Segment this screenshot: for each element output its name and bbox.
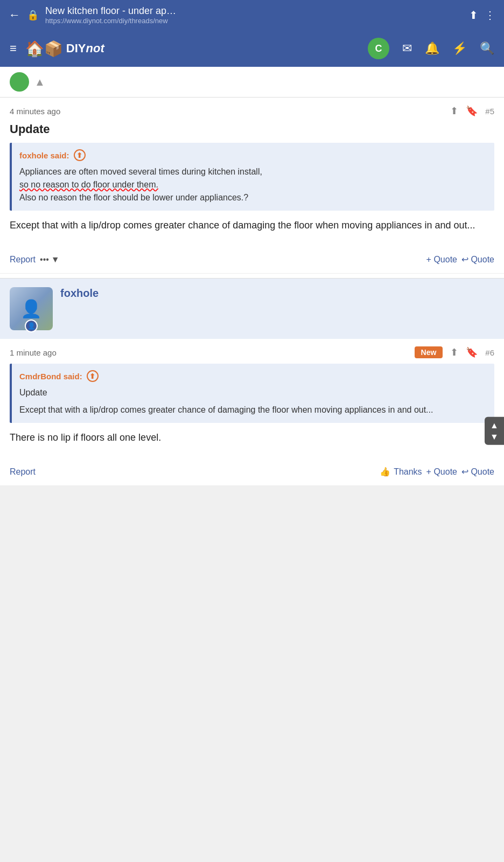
bookmark-icon[interactable]: 🔖 [466, 105, 478, 117]
post-5-meta: 4 minutes ago ⬆ 🔖 #5 [0, 98, 504, 122]
post-5-footer: Report ••• ▼ + Quote ↩ Quote [0, 249, 504, 274]
post-6-number: #6 [485, 348, 494, 357]
post-5-report-button[interactable]: Report [10, 255, 36, 265]
post-6-report-button[interactable]: Report [10, 467, 36, 477]
post-6-body: CmdrBond said: ⬆ Update Except that with… [0, 364, 504, 461]
post-5-quote-author: foxhole said: ⬆ [19, 149, 487, 161]
chevron-down-icon: ▼ [51, 255, 60, 265]
mail-icon[interactable]: ✉ [402, 41, 412, 55]
scroll-down-button[interactable]: ▼ [490, 432, 499, 442]
post-5-quote: foxhole said: ⬆ Appliances are often mov… [10, 143, 494, 211]
post-5-time: 4 minutes ago [10, 107, 445, 116]
search-icon[interactable]: 🔍 [480, 41, 494, 55]
quote-up-icon: ⬆ [74, 149, 86, 161]
post-6-time: 1 minute ago [10, 348, 409, 357]
share-icon[interactable]: ⬆ [450, 105, 458, 117]
quote-line2: so no reason to do floor under them. [19, 180, 158, 189]
page-title: New kitchen floor - under ap… [45, 5, 463, 17]
prev-post-snippet: ▲ [0, 67, 504, 98]
post-6-header: 👤 👤 foxhole [0, 278, 504, 339]
post-5: 4 minutes ago ⬆ 🔖 #5 Update foxhole said… [0, 98, 504, 274]
chevron-up-icon: ▲ [34, 76, 45, 88]
back-button[interactable]: ← [9, 8, 20, 22]
url-text: https://www.diynot.com/diy/threads/new [45, 17, 463, 25]
url-block: New kitchen floor - under ap… https://ww… [45, 5, 463, 25]
post-5-reply-quote-button[interactable]: ↩ Quote [461, 254, 494, 265]
post-6-actions: New ⬆ 🔖 #6 [415, 346, 494, 358]
share-icon-6[interactable]: ⬆ [450, 346, 458, 358]
post-6-username[interactable]: foxhole [60, 287, 99, 300]
post-6-quote-author: CmdrBond said: ⬆ [19, 370, 487, 382]
thumbs-up-icon: 👍 [380, 467, 390, 477]
post-5-actions: ⬆ 🔖 #5 [450, 105, 494, 117]
post-5-number: #5 [485, 107, 494, 116]
post-5-content: Except that with a lip/drop comes greate… [10, 218, 494, 233]
hamburger-menu-button[interactable]: ≡ [10, 41, 17, 55]
post-5-quote-text: Appliances are often moved several times… [19, 165, 487, 204]
lock-icon: 🔒 [27, 9, 39, 21]
quote-up-icon-6: ⬆ [87, 370, 99, 382]
post-6-footer: Report 👍 Thanks + Quote ↩ Quote [0, 461, 504, 486]
app-header: ≡ 🏠📦 DIYnot C ✉ 🔔 ⚡ 🔍 [0, 30, 504, 67]
lightning-icon[interactable]: ⚡ [452, 41, 467, 55]
online-indicator: 👤 [25, 319, 38, 332]
share-button[interactable]: ⬆ [469, 9, 478, 22]
post-separator [0, 274, 504, 278]
prev-avatar [10, 72, 29, 92]
post-6-content: There is no lip if floors all one level. [10, 430, 494, 445]
post-5-add-quote-button[interactable]: + Quote [426, 255, 457, 265]
user-avatar-button[interactable]: C [368, 38, 389, 59]
logo-icon: 🏠📦 [25, 40, 63, 58]
post-6-avatar-wrap: 👤 👤 [10, 287, 53, 330]
post-6: 1 minute ago New ⬆ 🔖 #6 CmdrBond said: ⬆… [0, 339, 504, 486]
quote-title: Update [19, 386, 487, 399]
scroll-indicator: ▲ ▼ [485, 417, 504, 445]
bell-icon[interactable]: 🔔 [425, 41, 439, 55]
logo-text-not: not [86, 41, 104, 55]
scroll-up-button[interactable]: ▲ [490, 420, 499, 430]
quote-body: Except that with a lip/drop comes greate… [19, 404, 487, 416]
post-6-quote-text: Update Except that with a lip/drop comes… [19, 386, 487, 416]
post-5-more-button[interactable]: ••• ▼ [40, 255, 60, 265]
post-5-body: Update foxhole said: ⬆ Appliances are of… [0, 122, 504, 249]
new-badge: New [415, 346, 443, 358]
post-6-add-quote-button[interactable]: + Quote [426, 467, 457, 477]
quote-line1: Appliances are often moved several times… [19, 167, 262, 176]
bookmark-icon-6[interactable]: 🔖 [466, 346, 478, 358]
more-menu-button[interactable]: ⋮ [485, 9, 495, 22]
post-6-thanks-button[interactable]: 👍 Thanks [380, 467, 422, 477]
browser-bar: ← 🔒 New kitchen floor - under ap… https:… [0, 0, 504, 30]
post-6-reply-quote-button[interactable]: ↩ Quote [461, 467, 494, 477]
post-5-title: Update [10, 122, 494, 136]
quote-line3: Also no reason the floor should be lower… [19, 193, 248, 202]
logo[interactable]: 🏠📦 DIYnot [25, 40, 104, 58]
post-6-quote: CmdrBond said: ⬆ Update Except that with… [10, 364, 494, 423]
post-6-meta: 1 minute ago New ⬆ 🔖 #6 [0, 339, 504, 364]
logo-text: DIYnot [66, 41, 104, 55]
